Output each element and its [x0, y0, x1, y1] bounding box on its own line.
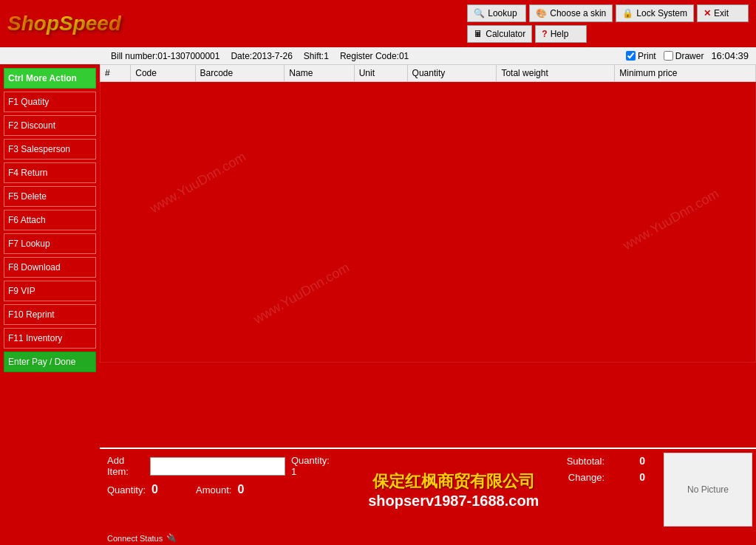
bottom-left-col: Add Item: Quantity: 1 Quantity: 0 Amount…	[100, 449, 341, 530]
help-label: Help	[551, 29, 569, 39]
calculator-icon: 🖩	[474, 29, 483, 39]
f2-label: F2 Discount	[8, 120, 55, 131]
bill-shift: Shift:1	[304, 51, 329, 61]
amount-text-label: Amount:	[196, 484, 231, 496]
company-area: 保定红枫商贸有限公司 shopserv1987-1688.com	[341, 449, 567, 530]
f4-button[interactable]: F4 Return	[4, 162, 96, 183]
logo: ShopSpeed	[7, 12, 121, 35]
f10-button[interactable]: F10 Reprint	[4, 304, 96, 325]
exit-icon: ✕	[704, 8, 711, 18]
f7-button[interactable]: F7 Lookup	[4, 233, 96, 254]
bill-info: Bill number:01-1307000001 Date:2013-7-26…	[111, 51, 409, 61]
col-quantity: Quantity	[407, 65, 497, 82]
qty-section: Quantity: 0	[107, 483, 174, 496]
col-min-price: Minimum price	[615, 65, 756, 82]
col-name: Name	[285, 65, 354, 82]
header-button-group: 🔍 Lookup 🎨 Choose a skin 🔒 Lock System ✕…	[467, 4, 749, 43]
qty-amount-row: Quantity: 0 Amount: 0	[107, 483, 333, 496]
connect-icon: 🔌	[166, 533, 177, 543]
subtotal-value: 0	[616, 455, 645, 467]
subtotal-row: Subtotal: 0	[567, 455, 645, 467]
col-barcode: Barcode	[195, 65, 285, 82]
lookup-icon: 🔍	[474, 8, 485, 18]
amount-section: Amount: 0	[196, 483, 259, 496]
lock-label: Lock System	[636, 8, 687, 18]
f9-label: F9 VIP	[8, 286, 35, 296]
lookup-label: Lookup	[488, 8, 517, 18]
connect-status-label: Connect Status	[107, 534, 163, 543]
col-hash: #	[101, 65, 131, 82]
no-picture-box: No Picture	[664, 453, 752, 527]
skin-icon: 🎨	[536, 8, 547, 18]
table-area: www.YuuDnn.com www.YuuDnn.com www.YuuDnn…	[100, 64, 756, 448]
choose-skin-label: Choose a skin	[550, 8, 606, 18]
exit-label: Exit	[714, 8, 729, 18]
add-item-label: Add Item:	[107, 455, 144, 477]
f5-button[interactable]: F5 Delete	[4, 186, 96, 207]
f3-label: F3 Salesperson	[8, 144, 70, 154]
col-code: Code	[131, 65, 195, 82]
col-total-weight: Total weight	[497, 65, 615, 82]
calculator-button[interactable]: 🖩 Calculator	[467, 25, 532, 43]
bill-register: Register Code:01	[340, 51, 409, 61]
f1-label: F1 Quatity	[8, 97, 49, 107]
calculator-label: Calculator	[486, 29, 525, 39]
drawer-checkbox-wrap: Drawer	[664, 51, 704, 61]
bottom-right-col: Subtotal: 0 Change: 0	[567, 449, 653, 530]
table-body	[101, 82, 756, 363]
change-row: Change: 0	[568, 471, 645, 483]
choose-skin-button[interactable]: 🎨 Choose a skin	[529, 4, 613, 22]
status-bar: Connect Status 🔌	[100, 530, 756, 545]
main-layout: Ctrl More Action F1 Quatity F2 Discount …	[0, 64, 756, 545]
enter-pay-button[interactable]: Enter Pay / Done	[4, 352, 96, 372]
header-bottom-row: 🖩 Calculator ? Help	[467, 25, 749, 43]
help-icon: ?	[542, 29, 547, 39]
top-right-area: 🔍 Lookup 🎨 Choose a skin 🔒 Lock System ✕…	[467, 4, 749, 43]
header: ShopSpeed 🔍 Lookup 🎨 Choose a skin 🔒 Loc…	[0, 0, 756, 47]
no-picture-area: No Picture	[653, 449, 756, 530]
enter-pay-label: Enter Pay / Done	[8, 357, 75, 367]
help-button[interactable]: ? Help	[535, 25, 587, 43]
data-table: # Code Barcode Name Unit Quantity Total …	[100, 64, 756, 363]
f5-label: F5 Delete	[8, 191, 47, 202]
amount-value: 0	[237, 483, 259, 496]
lock-system-button[interactable]: 🔒 Lock System	[616, 4, 694, 22]
bill-number: Bill number:01-1307000001	[111, 51, 219, 61]
drawer-checkbox[interactable]	[664, 51, 673, 61]
clock: 16:04:39	[711, 50, 749, 61]
f7-label: F7 Lookup	[8, 239, 50, 249]
print-checkbox[interactable]	[626, 51, 636, 61]
quantity-label: Quantity: 1	[291, 455, 333, 477]
subtotal-label: Subtotal:	[567, 456, 605, 467]
f11-button[interactable]: F11 Inventory	[4, 328, 96, 349]
lookup-button[interactable]: 🔍 Lookup	[467, 4, 526, 22]
f9-button[interactable]: F9 VIP	[4, 281, 96, 301]
qty-text-label: Quantity:	[107, 484, 146, 496]
f2-button[interactable]: F2 Discount	[4, 115, 96, 136]
lock-icon: 🔒	[622, 8, 633, 18]
f11-label: F11 Inventory	[8, 333, 62, 343]
sidebar: Ctrl More Action F1 Quatity F2 Discount …	[0, 64, 100, 545]
content-area: www.YuuDnn.com www.YuuDnn.com www.YuuDnn…	[100, 64, 756, 545]
exit-button[interactable]: ✕ Exit	[697, 4, 749, 22]
f8-label: F8 Download	[8, 262, 61, 272]
print-checkbox-wrap: Print	[626, 51, 656, 61]
company-name: 保定红枫商贸有限公司	[372, 470, 535, 493]
add-item-input[interactable]	[150, 457, 285, 476]
f6-button[interactable]: F6 Attach	[4, 210, 96, 230]
company-url: shopserv1987-1688.com	[368, 493, 539, 510]
f1-button[interactable]: F1 Quatity	[4, 92, 96, 112]
f8-button[interactable]: F8 Download	[4, 257, 96, 278]
qty-value: 0	[151, 483, 174, 496]
f3-button[interactable]: F3 Salesperson	[4, 139, 96, 160]
ctrl-more-label: Ctrl More Action	[8, 73, 77, 83]
ctrl-more-button[interactable]: Ctrl More Action	[4, 68, 96, 89]
bill-date: Date:2013-7-26	[231, 51, 292, 61]
f6-label: F6 Attach	[8, 215, 46, 225]
bill-right: Print Drawer 16:04:39	[626, 50, 749, 61]
print-label: Print	[638, 51, 656, 61]
add-item-row: Add Item: Quantity: 1	[107, 455, 333, 477]
bottom-combined: Add Item: Quantity: 1 Quantity: 0 Amount…	[100, 448, 756, 530]
table-row	[101, 82, 756, 363]
col-unit: Unit	[354, 65, 407, 82]
